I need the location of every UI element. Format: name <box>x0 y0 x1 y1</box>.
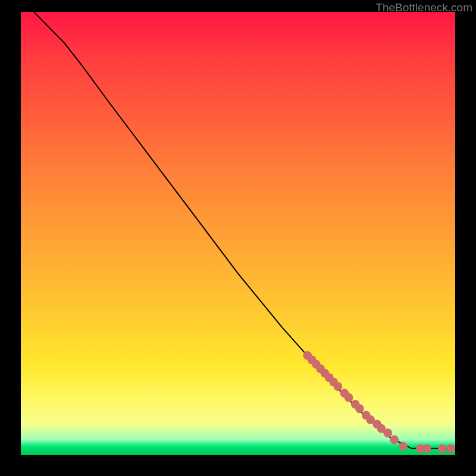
svg-point-22 <box>446 444 455 453</box>
plot-area <box>21 12 455 455</box>
svg-point-7 <box>334 382 343 391</box>
data-points <box>303 351 456 453</box>
chart-frame: TheBottleneck.com <box>0 0 476 476</box>
svg-point-16 <box>384 428 393 437</box>
watermark-text: TheBottleneck.com <box>375 1 472 14</box>
svg-point-20 <box>422 444 431 453</box>
svg-point-17 <box>390 435 399 444</box>
bottleneck-curve <box>34 12 451 449</box>
svg-point-18 <box>399 442 408 451</box>
chart-svg <box>21 12 455 455</box>
svg-point-21 <box>438 444 447 453</box>
svg-point-11 <box>355 404 364 413</box>
svg-point-9 <box>345 393 353 402</box>
